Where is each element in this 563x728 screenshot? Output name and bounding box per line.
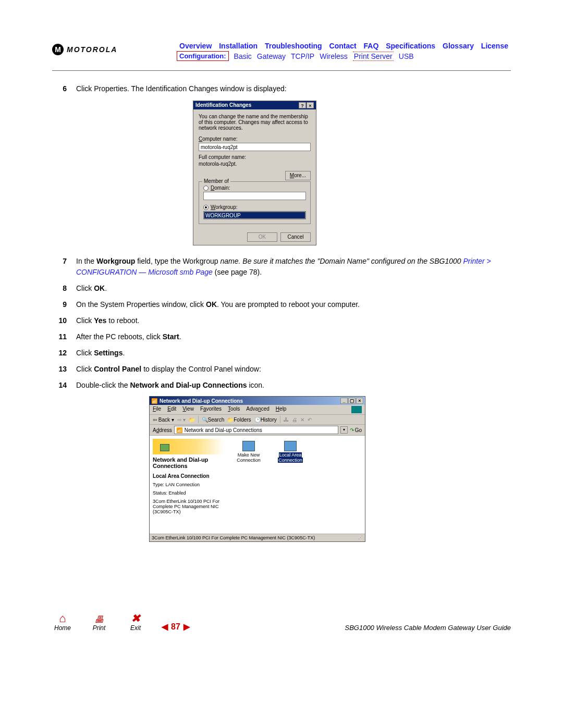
subnav-gateway[interactable]: Gateway <box>257 52 286 60</box>
subnav-tcpip[interactable]: TCP/IP <box>291 52 314 60</box>
footer-home-button[interactable]: ⌂ Home <box>52 613 73 632</box>
close-icon[interactable]: × <box>356 398 363 404</box>
menu-file[interactable]: File <box>153 406 161 413</box>
step-number: 11 <box>52 331 76 342</box>
page-header: M MOTOROLA Overview Installation Trouble… <box>52 42 511 61</box>
subnav-usb[interactable]: USB <box>399 52 414 60</box>
folders-button[interactable]: 📁Folders <box>227 417 251 423</box>
search-button[interactable]: 🔍Search <box>202 417 225 423</box>
menu-tools[interactable]: Tools <box>228 406 240 413</box>
menu-edit[interactable]: Edit <box>167 406 176 413</box>
step-number: 12 <box>52 348 76 359</box>
menu-view[interactable]: View <box>182 406 194 413</box>
undo-icon[interactable]: ↶ <box>308 417 312 423</box>
minimize-icon[interactable]: _ <box>340 398 348 404</box>
subnav-basic[interactable]: Basic <box>234 52 252 60</box>
network-connections-window: 📶 Network and Dial-up Connections _ ▢ × … <box>149 396 365 542</box>
menu-favorites[interactable]: Favorites <box>200 406 222 413</box>
address-dropdown-icon[interactable]: ▾ <box>340 426 348 434</box>
step-number: 9 <box>52 299 76 310</box>
step-13-text: Click Control Panel to display the Contr… <box>76 364 511 375</box>
subnav-print-server[interactable]: Print Server <box>353 52 394 61</box>
top-nav: Overview Installation Troubleshooting Co… <box>177 42 511 61</box>
address-label: Address <box>153 427 172 433</box>
step-number: 10 <box>52 315 76 326</box>
full-computer-name-label: Full computer name: <box>199 154 311 160</box>
cancel-button[interactable]: Cancel <box>280 232 311 242</box>
more-button[interactable]: More... <box>285 171 311 180</box>
nav-glossary[interactable]: Glossary <box>443 42 474 50</box>
nav-installation[interactable]: Installation <box>219 42 258 50</box>
content-body: 6 Click Properties. The Identification C… <box>52 83 511 542</box>
maximize-icon[interactable]: ▢ <box>348 398 356 404</box>
prev-page-button[interactable]: ◀ <box>162 622 168 632</box>
footer-print-button[interactable]: 🖶 Print <box>89 615 109 632</box>
step-number: 13 <box>52 364 76 375</box>
step-8-text: Click OK. <box>76 283 511 294</box>
subnav-wireless[interactable]: Wireless <box>320 52 348 60</box>
nav-configuration-current: Configuration: <box>177 51 229 61</box>
disconnect-icon[interactable]: 🖨 <box>292 417 297 423</box>
menu-bar: File Edit View Favorites Tools Advanced … <box>150 405 365 415</box>
nav-contact[interactable]: Contact <box>329 42 357 50</box>
step-number: 7 <box>52 256 76 278</box>
step-6-text: Click Properties. The Identification Cha… <box>76 83 511 94</box>
dialog-intro-text: You can change the name and the membersh… <box>199 114 311 131</box>
footer-exit-button[interactable]: ✖ Exit <box>125 613 146 632</box>
step-number: 6 <box>52 83 76 94</box>
brand-icon <box>351 406 362 413</box>
delete-icon[interactable]: ✕ <box>300 417 304 423</box>
motorola-mark-icon: M <box>52 44 64 55</box>
guide-title: SBG1000 Wireless Cable Modem Gateway Use… <box>345 624 511 632</box>
panel-banner <box>153 439 225 454</box>
header-divider <box>52 70 511 71</box>
status-bar: 3Com EtherLink 10/100 PCI For Complete P… <box>150 534 365 541</box>
dialog-titlebar: Identification Changes ? × <box>193 101 316 109</box>
dialog-title: Identification Changes <box>195 102 251 108</box>
forward-button[interactable]: ⇨ ▾ <box>177 417 186 423</box>
print-icon: 🖶 <box>89 615 109 624</box>
workgroup-radio-label: Workgroup: <box>211 204 238 210</box>
up-button[interactable]: 📁 <box>189 417 195 423</box>
workgroup-input[interactable]: WORKGROUP <box>204 212 305 219</box>
status-line: Status: Enabled <box>153 490 225 496</box>
domain-input[interactable] <box>203 192 306 200</box>
nav-specifications[interactable]: Specifications <box>386 42 435 50</box>
page-navigator: ◀ 87 ▶ <box>162 622 190 632</box>
menu-help[interactable]: Help <box>276 406 287 413</box>
menu-advanced[interactable]: Advanced <box>246 406 269 413</box>
page-footer: ⌂ Home 🖶 Print ✖ Exit ◀ 87 ▶ SBG1000 Wir… <box>52 613 511 632</box>
make-new-connection-icon[interactable]: Make New Connection <box>233 441 264 463</box>
nav-overview[interactable]: Overview <box>179 42 212 50</box>
nav-troubleshooting[interactable]: Troubleshooting <box>265 42 322 50</box>
resize-grip-icon[interactable]: ⋰ <box>358 535 363 540</box>
panel-subtitle: Local Area Connection <box>153 473 225 479</box>
computer-name-input[interactable] <box>199 143 311 151</box>
history-button[interactable]: 🕑History <box>254 417 277 423</box>
step-10-text: Click Yes to reboot. <box>76 315 511 326</box>
motorola-wordmark: MOTOROLA <box>67 45 117 54</box>
domain-radio[interactable] <box>203 186 209 191</box>
nav-license[interactable]: License <box>481 42 508 50</box>
mapdrive-icon[interactable]: 🖧 <box>284 417 289 423</box>
type-line: Type: LAN Connection <box>153 482 225 487</box>
go-button[interactable]: ↷Go <box>350 427 362 433</box>
computer-name-label: Computer name: <box>199 136 311 142</box>
step-7-text: In the Workgroup field, type the Workgro… <box>76 256 511 278</box>
help-icon[interactable]: ? <box>299 102 306 108</box>
icon-view: Make New Connection Local Area Connectio… <box>228 436 365 534</box>
back-button[interactable]: ⇦ Back ▾ <box>153 417 174 423</box>
address-input[interactable]: 📶 Network and Dial-up Connections <box>174 426 338 434</box>
next-page-button[interactable]: ▶ <box>183 622 190 632</box>
ok-button[interactable]: OK <box>247 232 277 242</box>
local-area-connection-icon[interactable]: Local Area Connection <box>275 441 306 463</box>
close-icon[interactable]: × <box>307 102 314 108</box>
nav-faq[interactable]: FAQ <box>364 42 379 50</box>
window-title: Network and Dial-up Connections <box>160 398 243 404</box>
nic-line: 3Com EtherLink 10/100 PCI For Complete P… <box>153 499 225 514</box>
workgroup-radio[interactable] <box>203 205 209 210</box>
home-icon: ⌂ <box>52 613 73 624</box>
window-titlebar: 📶 Network and Dial-up Connections _ ▢ × <box>150 397 365 405</box>
step-number: 14 <box>52 380 76 391</box>
step-number: 8 <box>52 283 76 294</box>
